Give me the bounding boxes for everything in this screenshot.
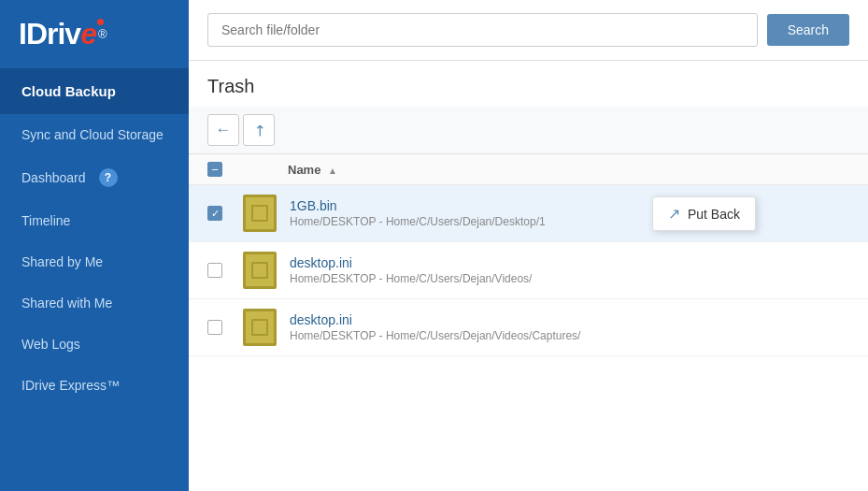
column-name: Name ▲ (288, 163, 849, 177)
sidebar-item-label: Dashboard (21, 170, 86, 185)
main-content: Search Trash ← ↗ Name ▲ (189, 0, 868, 491)
topbar: Search (189, 0, 868, 61)
back-icon: ← (216, 121, 232, 139)
file-info: desktop.ini Home/DESKTOP - Home/C/Users/… (290, 312, 849, 342)
sidebar-item-dashboard[interactable]: Dashboard ? (0, 155, 189, 200)
file-path: Home/DESKTOP - Home/C/Users/Dejan/Videos… (290, 329, 849, 342)
restore-button[interactable]: ↗ (243, 114, 275, 146)
search-button[interactable]: Search (767, 14, 849, 46)
select-all-checkbox[interactable] (207, 162, 222, 177)
sidebar: IDrive ® Cloud Backup Sync and Cloud Sto… (0, 0, 189, 491)
file-checkbox-1[interactable] (207, 206, 222, 221)
logo-highlight: e (80, 17, 96, 51)
sidebar-item-label: Cloud Backup (21, 83, 116, 99)
sidebar-item-idrive-express[interactable]: IDrive Express™ (0, 365, 189, 406)
sidebar-item-label: Sync and Cloud Storage (21, 127, 164, 142)
logo-dot (97, 19, 104, 25)
file-icon (243, 252, 277, 289)
page-title-bar: Trash (189, 61, 868, 107)
sidebar-nav: Cloud Backup Sync and Cloud Storage Dash… (0, 68, 189, 491)
table-row[interactable]: desktop.ini Home/DESKTOP - Home/C/Users/… (189, 299, 868, 356)
file-checkbox-3[interactable] (207, 320, 222, 335)
file-name: desktop.ini (290, 312, 849, 327)
file-list-header: Name ▲ (189, 154, 868, 185)
file-icon-wrap (241, 195, 278, 232)
file-icon-wrap (241, 309, 278, 346)
file-icon (243, 309, 277, 346)
sort-arrow-icon: ▲ (328, 166, 337, 176)
logo: IDrive ® (0, 0, 189, 68)
help-badge[interactable]: ? (99, 168, 118, 187)
sidebar-item-label: Shared with Me (21, 296, 112, 310)
file-list: Name ▲ 1GB.bin Home/DESKTOP - Home/C/Use… (189, 154, 868, 491)
file-info: 1GB.bin Home/DESKTOP - Home/C/Users/Deja… (290, 198, 849, 228)
logo-prefix: IDriv (19, 17, 80, 51)
file-path: Home/DESKTOP - Home/C/Users/Dejan/Deskto… (290, 215, 849, 228)
file-checkbox-2[interactable] (207, 263, 222, 278)
sidebar-item-web-logs[interactable]: Web Logs (0, 324, 189, 365)
sidebar-item-sync-cloud[interactable]: Sync and Cloud Storage (0, 114, 189, 155)
search-input[interactable] (207, 13, 758, 47)
put-back-label[interactable]: Put Back (688, 207, 740, 222)
file-name: 1GB.bin (290, 198, 849, 213)
sidebar-item-cloud-backup[interactable]: Cloud Backup (0, 68, 189, 114)
context-menu: ↗ Put Back (652, 196, 756, 231)
file-icon-wrap (241, 252, 278, 289)
table-row[interactable]: desktop.ini Home/DESKTOP - Home/C/Users/… (189, 242, 868, 299)
sidebar-item-label: Shared by Me (21, 254, 103, 269)
file-path: Home/DESKTOP - Home/C/Users/Dejan/Videos… (290, 272, 849, 285)
sidebar-item-shared-with-me[interactable]: Shared with Me (0, 282, 189, 324)
file-info: desktop.ini Home/DESKTOP - Home/C/Users/… (290, 255, 849, 285)
put-back-icon: ↗ (668, 205, 680, 223)
sidebar-item-timeline[interactable]: Timeline (0, 200, 189, 241)
file-icon (243, 195, 277, 232)
sidebar-item-shared-by-me[interactable]: Shared by Me (0, 241, 189, 282)
sidebar-item-label: Timeline (21, 213, 70, 228)
restore-icon: ↗ (249, 120, 270, 141)
page-title: Trash (207, 76, 849, 97)
file-name: desktop.ini (290, 255, 849, 270)
table-row[interactable]: 1GB.bin Home/DESKTOP - Home/C/Users/Deja… (189, 185, 868, 242)
sidebar-item-label: Web Logs (21, 337, 80, 352)
back-button[interactable]: ← (207, 114, 239, 146)
file-toolbar: ← ↗ (189, 107, 868, 154)
sidebar-item-label: IDrive Express™ (21, 378, 120, 393)
logo-trademark: ® (98, 27, 107, 41)
